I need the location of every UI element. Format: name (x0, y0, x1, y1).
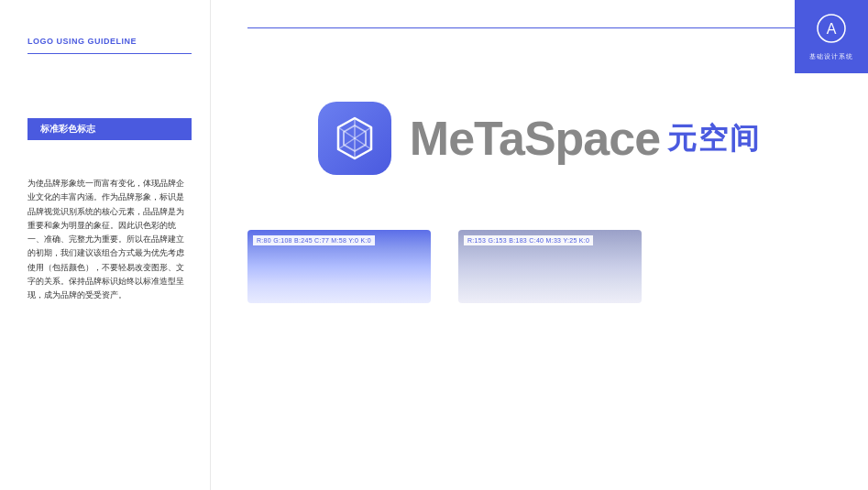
corner-badge-icon: A (815, 12, 848, 49)
sidebar-title: LOGO USING GUIDELINE (27, 37, 192, 54)
page-wrapper: LOGO USING GUIDELINE 标准彩色标志 为使品牌形象统一而富有变… (0, 0, 868, 490)
logo-text-area: MeTaSpace 元空间 (410, 114, 761, 162)
main-content: A 基础设计系统 MeTaSpace 元空间 (211, 0, 868, 490)
corner-badge: A 基础设计系统 (795, 0, 868, 73)
swatch-card-2: R:153 G:153 B:183 C:40 M:33 Y:25 K:0 (458, 230, 642, 303)
swatches-row: R:80 G:108 B:245 C:77 M:58 Y:0 K:0 R:153… (247, 230, 831, 303)
corner-badge-text: 基础设计系统 (809, 52, 853, 61)
svg-text:A: A (827, 21, 837, 37)
logo-icon-wrapper (318, 102, 391, 175)
top-accent-line (247, 27, 831, 28)
logo-chinese-text: 元空间 (667, 124, 761, 153)
logo-main-text: MeTaSpace (410, 114, 660, 162)
swatch-1-info: R:80 G:108 B:245 C:77 M:58 Y:0 K:0 (253, 235, 375, 245)
swatch-2-info: R:153 G:153 B:183 C:40 M:33 Y:25 K:0 (464, 235, 593, 245)
logo-icon (331, 114, 379, 162)
logo-area: MeTaSpace 元空间 (247, 102, 831, 175)
sidebar-description: 为使品牌形象统一而富有变化，体现品牌企业文化的丰富内涵。作为品牌形象，标识是品牌… (27, 177, 192, 303)
swatch-card-1: R:80 G:108 B:245 C:77 M:58 Y:0 K:0 (247, 230, 431, 303)
sidebar: LOGO USING GUIDELINE 标准彩色标志 为使品牌形象统一而富有变… (0, 0, 211, 490)
sidebar-badge: 标准彩色标志 (27, 118, 192, 140)
